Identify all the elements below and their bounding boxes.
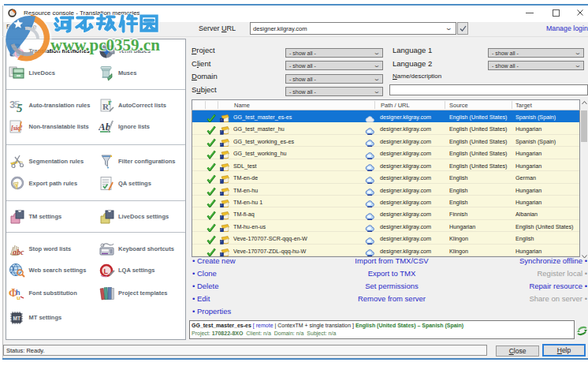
svg-text:u: u (17, 294, 20, 301)
svg-text:5: 5 (17, 102, 23, 114)
svg-text:MT: MT (13, 316, 20, 321)
svg-text:L: L (104, 267, 109, 275)
svg-text:abc: abc (13, 248, 24, 256)
svg-text:r: r (108, 98, 112, 106)
